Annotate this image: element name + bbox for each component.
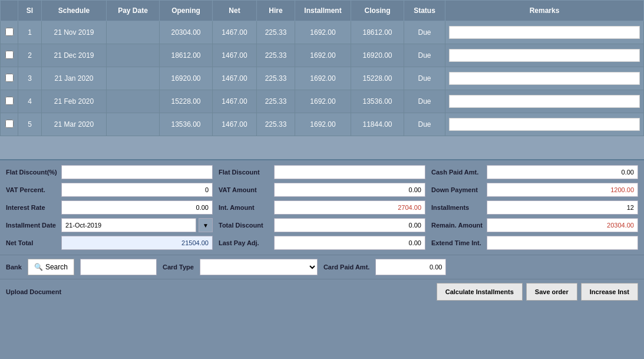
row-net: 1467.00 bbox=[213, 90, 257, 113]
row-hire: 225.33 bbox=[257, 21, 295, 44]
row-status: Due bbox=[404, 21, 445, 44]
row-closing: 18612.00 bbox=[351, 21, 404, 44]
last-pay-adj-input[interactable] bbox=[274, 236, 425, 250]
net-total-input[interactable] bbox=[61, 236, 213, 250]
row-closing: 15228.00 bbox=[351, 67, 404, 90]
col-header-paydate: Pay Date bbox=[107, 1, 160, 21]
installment-date-label: Installment Date bbox=[6, 222, 59, 229]
row-paydate bbox=[107, 67, 160, 90]
interest-rate-label: Interest Rate bbox=[6, 204, 59, 211]
total-discount-input[interactable] bbox=[274, 218, 425, 232]
calculate-installments-button[interactable]: Calculate Installments bbox=[437, 283, 523, 301]
row-paydate bbox=[107, 113, 160, 136]
row-checkbox[interactable] bbox=[5, 97, 14, 105]
search-icon: 🔍 bbox=[34, 263, 43, 271]
remain-amount-input[interactable] bbox=[487, 218, 638, 232]
bank-search-button[interactable]: 🔍 Search bbox=[28, 259, 74, 275]
vat-percent-row: VAT Percent. bbox=[6, 183, 213, 197]
row-sl: 5 bbox=[18, 113, 42, 136]
row-checkbox[interactable] bbox=[5, 120, 14, 128]
bank-text-input[interactable] bbox=[80, 259, 157, 275]
row-net: 1467.00 bbox=[213, 67, 257, 90]
row-installment: 1692.00 bbox=[295, 113, 351, 136]
row-schedule: 21 Dec 2019 bbox=[42, 44, 107, 67]
flat-discount-pct-input[interactable] bbox=[61, 165, 213, 179]
row-remarks[interactable] bbox=[445, 44, 644, 67]
row-remarks[interactable] bbox=[445, 21, 644, 44]
row-opening: 15228.00 bbox=[160, 90, 213, 113]
row-checkbox[interactable] bbox=[5, 28, 14, 36]
row-remarks[interactable] bbox=[445, 90, 644, 113]
row-net: 1467.00 bbox=[213, 21, 257, 44]
footer-bar: Upload Document Calculate Installments S… bbox=[0, 279, 644, 304]
int-amount-input[interactable] bbox=[274, 200, 425, 215]
col-header-status: Status bbox=[404, 1, 445, 21]
row-installment: 1692.00 bbox=[295, 44, 351, 67]
cash-paid-amt-row: Cash Paid Amt. bbox=[431, 165, 638, 179]
row-net: 1467.00 bbox=[213, 44, 257, 67]
row-paydate bbox=[107, 90, 160, 113]
extend-time-int-input[interactable] bbox=[487, 236, 638, 250]
row-remarks[interactable] bbox=[445, 113, 644, 136]
installment-date-row: Installment Date ▼ bbox=[6, 218, 213, 232]
row-paydate bbox=[107, 44, 160, 67]
row-hire: 225.33 bbox=[257, 44, 295, 67]
table-row: 5 21 Mar 2020 13536.00 1467.00 225.33 16… bbox=[1, 113, 644, 136]
vat-amount-input[interactable] bbox=[274, 183, 425, 197]
total-discount-row: Total Discount bbox=[219, 218, 425, 232]
row-opening: 20304.00 bbox=[160, 21, 213, 44]
down-payment-label: Down Payment bbox=[431, 186, 484, 193]
col-header-closing: Closing bbox=[351, 1, 404, 21]
installment-date-picker-btn[interactable]: ▼ bbox=[199, 218, 213, 232]
down-payment-input[interactable] bbox=[487, 183, 638, 197]
row-schedule: 21 Feb 2020 bbox=[42, 90, 107, 113]
remarks-input[interactable] bbox=[449, 118, 640, 131]
vat-amount-label: VAT Amount bbox=[219, 186, 272, 193]
remarks-input[interactable] bbox=[449, 26, 640, 39]
cash-paid-amt-label: Cash Paid Amt. bbox=[431, 169, 484, 176]
flat-discount-input[interactable] bbox=[274, 165, 425, 179]
increase-inst-button[interactable]: Increase Inst bbox=[581, 283, 638, 301]
interest-rate-input[interactable] bbox=[61, 200, 213, 215]
remarks-input[interactable] bbox=[449, 95, 640, 108]
row-checkbox-cell[interactable] bbox=[1, 90, 18, 113]
col-header-installment: Installment bbox=[295, 1, 351, 21]
schedule-table-section: Sl Schedule Pay Date Opening Net Hire In… bbox=[0, 0, 644, 159]
net-total-label: Net Total bbox=[6, 239, 59, 246]
vat-percent-label: VAT Percent. bbox=[6, 186, 59, 193]
row-checkbox-cell[interactable] bbox=[1, 44, 18, 67]
row-status: Due bbox=[404, 113, 445, 136]
installment-date-input[interactable] bbox=[61, 218, 196, 232]
installments-input[interactable] bbox=[487, 200, 638, 215]
row-checkbox[interactable] bbox=[5, 74, 14, 82]
row-hire: 225.33 bbox=[257, 67, 295, 90]
flat-discount-label: Flat Discount bbox=[219, 169, 272, 176]
bank-search-label: Search bbox=[45, 263, 68, 271]
bottom-bar: Bank 🔍 Search Card Type Card Paid Amt. bbox=[0, 255, 644, 279]
schedule-table: Sl Schedule Pay Date Opening Net Hire In… bbox=[0, 0, 644, 136]
row-installment: 1692.00 bbox=[295, 67, 351, 90]
row-checkbox-cell[interactable] bbox=[1, 21, 18, 44]
cash-paid-amt-input[interactable] bbox=[487, 165, 638, 179]
row-remarks[interactable] bbox=[445, 67, 644, 90]
row-net: 1467.00 bbox=[213, 113, 257, 136]
row-checkbox[interactable] bbox=[5, 51, 14, 59]
row-checkbox-cell[interactable] bbox=[1, 67, 18, 90]
vat-percent-input[interactable] bbox=[61, 183, 213, 197]
installments-label: Installments bbox=[431, 204, 484, 211]
flat-discount-pct-row: Flat Discount(%) bbox=[6, 165, 213, 179]
table-row: 1 21 Nov 2019 20304.00 1467.00 225.33 16… bbox=[1, 21, 644, 44]
card-type-select[interactable] bbox=[200, 259, 318, 275]
card-paid-amt-input[interactable] bbox=[375, 259, 446, 275]
row-opening: 18612.00 bbox=[160, 44, 213, 67]
row-opening: 16920.00 bbox=[160, 67, 213, 90]
remarks-input[interactable] bbox=[449, 72, 640, 85]
row-checkbox-cell[interactable] bbox=[1, 113, 18, 136]
table-wrapper[interactable]: Sl Schedule Pay Date Opening Net Hire In… bbox=[0, 0, 644, 159]
col-header-hire: Hire bbox=[257, 1, 295, 21]
remarks-input[interactable] bbox=[449, 49, 640, 62]
table-row: 2 21 Dec 2019 18612.00 1467.00 225.33 16… bbox=[1, 44, 644, 67]
row-opening: 13536.00 bbox=[160, 113, 213, 136]
row-schedule: 21 Jan 2020 bbox=[42, 67, 107, 90]
save-order-button[interactable]: Save order bbox=[526, 283, 577, 301]
